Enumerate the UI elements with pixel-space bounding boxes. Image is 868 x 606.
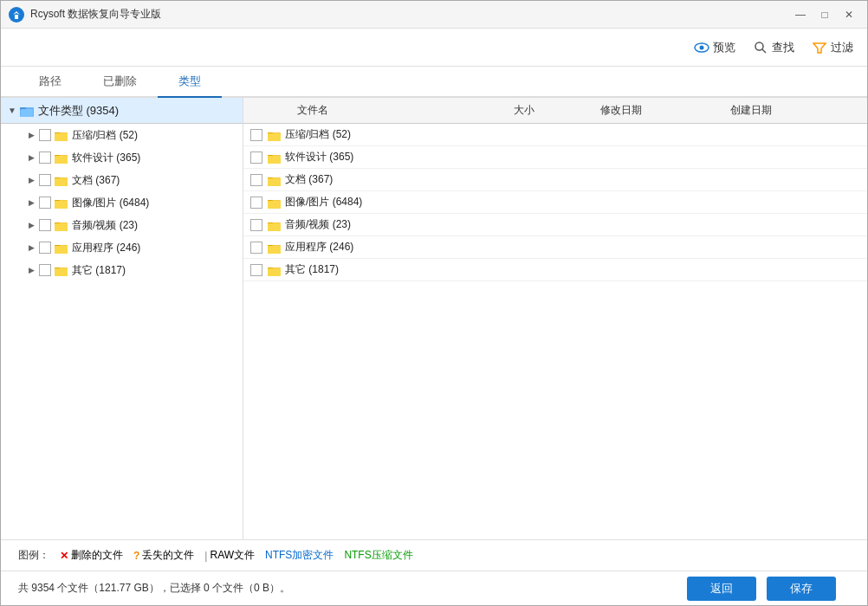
tree-item[interactable]: ▶ 音频/视频 (23) — [1, 214, 243, 236]
tree-pane: ▼ 文件类型 (9354) ▶ 压缩/归档 (52) — [1, 98, 243, 539]
list-item-name: 文档 (367) — [285, 172, 514, 187]
svg-rect-30 — [55, 268, 68, 276]
svg-rect-9 — [21, 109, 33, 117]
tree-checkbox[interactable] — [39, 152, 51, 164]
tree-expand-btn[interactable]: ▶ — [25, 152, 37, 164]
tree-item[interactable]: ▶ 应用程序 (246) — [1, 236, 243, 259]
list-item[interactable]: 其它 (1817) — [243, 259, 867, 281]
main-area: ▼ 文件类型 (9354) ▶ 压缩/归档 (52) — [1, 98, 867, 605]
search-label: 查找 — [772, 40, 794, 55]
legend-bar: 图例： ✕ 删除的文件 ? 丢失的文件 | RAW文件 NTFS加密文件 NTF… — [1, 539, 867, 571]
list-folder-icon — [268, 129, 282, 141]
list-checkbox[interactable] — [250, 242, 262, 254]
tree-folder-icon — [55, 219, 68, 231]
list-item[interactable]: 软件设计 (365) — [243, 146, 867, 169]
tree-checkbox[interactable] — [39, 174, 51, 186]
list-item-name: 其它 (1817) — [285, 262, 514, 277]
svg-marker-6 — [813, 43, 826, 53]
svg-rect-15 — [55, 156, 68, 164]
list-checkbox[interactable] — [250, 219, 262, 231]
tab-bar: 路径 已删除 类型 — [1, 67, 867, 98]
list-checkbox[interactable] — [250, 129, 262, 141]
tree-expand-btn[interactable]: ▶ — [25, 129, 37, 141]
filter-button[interactable]: 过滤 — [812, 40, 853, 55]
svg-point-3 — [700, 45, 704, 49]
tree-checkbox[interactable] — [39, 219, 51, 231]
col-created: 创建日期 — [730, 103, 860, 118]
list-item[interactable]: 应用程序 (246) — [243, 236, 867, 259]
tree-item[interactable]: ▶ 图像/图片 (6484) — [1, 191, 243, 214]
minimize-button[interactable]: — — [789, 5, 812, 24]
tree-item[interactable]: ▶ 压缩/归档 (52) — [1, 124, 243, 146]
svg-point-4 — [755, 42, 763, 50]
svg-rect-27 — [55, 246, 68, 254]
list-header: 文件名 大小 修改日期 创建日期 — [243, 98, 867, 124]
tab-type[interactable]: 类型 — [158, 67, 222, 98]
tree-items-container: ▶ 压缩/归档 (52) ▶ 软件设计 (365) ▶ — [1, 124, 243, 281]
tree-folder-icon — [55, 264, 68, 276]
maximize-button[interactable]: □ — [813, 5, 836, 24]
svg-rect-1 — [15, 15, 18, 19]
legend-ntfs-enc: NTFS加密文件 — [265, 548, 334, 563]
legend-lost: ? 丢失的文件 — [133, 548, 194, 563]
tree-checkbox[interactable] — [39, 264, 51, 276]
preview-icon — [694, 40, 709, 55]
list-items-container: 压缩/归档 (52) 软件设计 (365) 文档 (367) — [243, 124, 867, 281]
tree-expand-btn[interactable]: ▶ — [25, 219, 37, 231]
tree-item[interactable]: ▶ 文档 (367) — [1, 169, 243, 191]
col-name: 文件名 — [276, 103, 514, 118]
tree-expand-btn[interactable]: ▶ — [25, 264, 37, 276]
list-item[interactable]: 音频/视频 (23) — [243, 214, 867, 236]
list-folder-icon — [268, 242, 282, 254]
tree-folder-icon — [55, 197, 68, 209]
list-item[interactable]: 图像/图片 (6484) — [243, 191, 867, 214]
status-text: 共 9354 个文件（121.77 GB），已选择 0 个文件（0 B）。 — [18, 581, 687, 596]
tree-item[interactable]: ▶ 软件设计 (365) — [1, 146, 243, 169]
tree-item-label: 软件设计 (365) — [72, 151, 140, 165]
list-item[interactable]: 压缩/归档 (52) — [243, 124, 867, 146]
list-checkbox[interactable] — [250, 174, 262, 186]
preview-button[interactable]: 预览 — [694, 40, 735, 55]
svg-rect-51 — [268, 268, 281, 276]
list-folder-icon — [268, 219, 282, 231]
list-checkbox[interactable] — [250, 264, 262, 276]
tree-expand-btn[interactable]: ▶ — [25, 174, 37, 186]
search-icon — [753, 40, 768, 55]
preview-label: 预览 — [713, 40, 735, 55]
list-item[interactable]: 文档 (367) — [243, 169, 867, 191]
tree-item-label: 音频/视频 (23) — [72, 218, 138, 233]
search-button[interactable]: 查找 — [753, 40, 794, 55]
main-window: Rcysoft 数据恢复向导专业版 — □ ✕ 预览 — [0, 0, 868, 606]
legend-label: 图例： — [18, 548, 49, 563]
tree-item[interactable]: ▶ 其它 (1817) — [1, 259, 243, 281]
list-checkbox[interactable] — [250, 197, 262, 209]
window-title: Rcysoft 数据恢复向导专业版 — [30, 7, 789, 22]
legend-ntfs-zip: NTFS压缩文件 — [344, 548, 412, 563]
tree-checkbox[interactable] — [39, 197, 51, 209]
close-button[interactable]: ✕ — [838, 5, 860, 24]
list-checkbox[interactable] — [250, 152, 262, 164]
list-item-name: 软件设计 (365) — [285, 150, 514, 164]
tree-item-label: 压缩/归档 (52) — [72, 128, 138, 143]
list-folder-icon — [268, 152, 282, 164]
tree-checkbox[interactable] — [39, 242, 51, 254]
tree-folder-icon — [55, 152, 68, 164]
tree-expand-btn[interactable]: ▶ — [25, 242, 37, 254]
tab-deleted[interactable]: 已删除 — [82, 67, 158, 98]
list-folder-icon — [268, 197, 282, 209]
tree-root[interactable]: ▼ 文件类型 (9354) — [1, 98, 243, 124]
tree-expand-btn[interactable]: ▶ — [25, 197, 37, 209]
tree-checkbox[interactable] — [39, 129, 51, 141]
list-item-name: 压缩/归档 (52) — [285, 127, 514, 142]
back-button[interactable]: 返回 — [687, 577, 756, 601]
save-button[interactable]: 保存 — [767, 577, 836, 601]
svg-rect-42 — [268, 201, 281, 209]
toolbar: 预览 查找 过滤 — [1, 29, 867, 67]
root-expand-icon: ▼ — [8, 106, 16, 115]
filter-label: 过滤 — [831, 40, 853, 55]
tree-item-label: 文档 (367) — [72, 173, 120, 188]
tree-folder-icon — [55, 174, 68, 186]
list-folder-icon — [268, 174, 282, 186]
tab-path[interactable]: 路径 — [18, 67, 82, 98]
legend-raw: | RAW文件 — [204, 548, 255, 563]
